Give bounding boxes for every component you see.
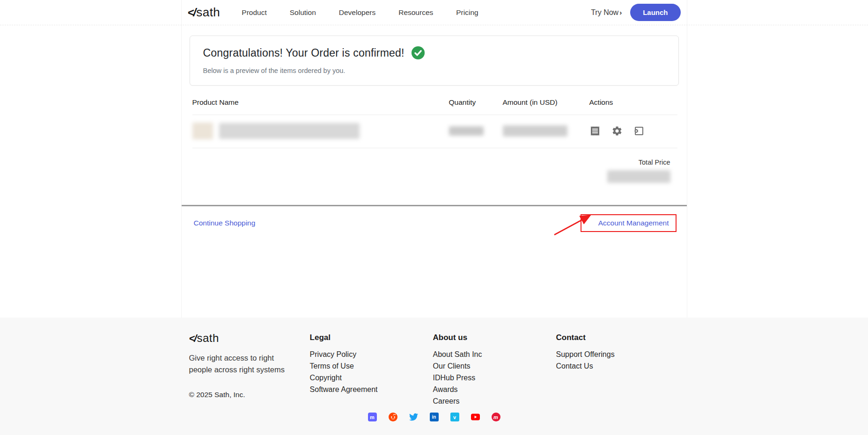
footer-link-copyright[interactable]: Copyright bbox=[310, 374, 433, 382]
footer-link-software-agreement[interactable]: Software Agreement bbox=[310, 385, 433, 394]
success-check-icon bbox=[411, 46, 425, 60]
chevron-right-icon: › bbox=[619, 8, 622, 16]
footer-links-row: Continue Shopping Account Management bbox=[182, 206, 687, 232]
vimeo-icon[interactable]: v bbox=[450, 413, 459, 421]
footer-heading-legal: Legal bbox=[310, 333, 433, 342]
receipt-icon[interactable] bbox=[589, 125, 601, 137]
launch-button[interactable]: Launch bbox=[630, 4, 680, 21]
continue-shopping-link[interactable]: Continue Shopping bbox=[194, 219, 256, 227]
top-navigation: </ sath Product Solution Developers Reso… bbox=[0, 0, 868, 25]
nav-item-developers[interactable]: Developers bbox=[339, 8, 375, 17]
footer-link-about-sath[interactable]: About Sath Inc bbox=[433, 350, 556, 359]
footer-column-about: About us About Sath Inc Our Clients IDHu… bbox=[433, 332, 556, 409]
manage-app-icon[interactable] bbox=[633, 125, 645, 137]
column-header-actions: Actions bbox=[589, 98, 677, 107]
confirmation-subtitle: Below is a preview of the items ordered … bbox=[203, 67, 665, 74]
try-now-link[interactable]: Try Now › bbox=[591, 8, 622, 17]
linkedin-icon[interactable]: in bbox=[430, 413, 439, 421]
twitter-icon[interactable] bbox=[409, 413, 418, 421]
social-icons-row: m in v m bbox=[181, 413, 687, 421]
annotation-highlight-box: Account Management bbox=[581, 214, 677, 232]
total-price-block: Total Price bbox=[192, 159, 677, 183]
account-management-link[interactable]: Account Management bbox=[598, 219, 669, 227]
page: </ sath Product Solution Developers Reso… bbox=[0, 0, 868, 435]
footer-sath-logo-mark-icon: </ bbox=[189, 333, 196, 345]
order-confirmation-card: Congratulations! Your Order is confirmed… bbox=[190, 36, 679, 86]
column-header-product-name: Product Name bbox=[192, 98, 449, 107]
nav-item-solution[interactable]: Solution bbox=[290, 8, 316, 17]
footer-link-privacy-policy[interactable]: Privacy Policy bbox=[310, 350, 433, 359]
nav-links: Product Solution Developers Resources Pr… bbox=[242, 8, 478, 17]
sath-logo-text: sath bbox=[196, 5, 220, 20]
footer-link-contact-us[interactable]: Contact Us bbox=[556, 362, 679, 370]
footer-link-terms-of-use[interactable]: Terms of Use bbox=[310, 362, 433, 370]
footer-sath-logo[interactable]: </ sath bbox=[189, 332, 310, 345]
footer-heading-contact: Contact bbox=[556, 333, 679, 342]
footer-link-awards[interactable]: Awards bbox=[433, 385, 556, 394]
column-header-amount: Amount (in USD) bbox=[503, 98, 589, 107]
footer-link-support-offerings[interactable]: Support Offerings bbox=[556, 350, 679, 359]
column-header-quantity: Quantity bbox=[449, 98, 503, 107]
youtube-icon[interactable] bbox=[471, 413, 480, 421]
total-price-label: Total Price bbox=[192, 159, 677, 166]
try-now-label: Try Now bbox=[591, 8, 618, 17]
footer-link-our-clients[interactable]: Our Clients bbox=[433, 362, 556, 370]
order-items-table: Product Name Quantity Amount (in USD) Ac… bbox=[192, 98, 677, 183]
product-thumbnail-redacted bbox=[192, 123, 213, 139]
footer-column-legal: Legal Privacy Policy Terms of Use Copyri… bbox=[310, 332, 433, 409]
page-footer: </ sath Give right access to right peopl… bbox=[0, 318, 868, 435]
meetup-icon[interactable]: m bbox=[492, 413, 500, 421]
product-name-redacted bbox=[219, 123, 360, 139]
footer-link-careers[interactable]: Careers bbox=[433, 397, 556, 406]
quantity-value-redacted bbox=[449, 126, 484, 136]
footer-copyright: © 2025 Sath, Inc. bbox=[189, 391, 310, 399]
footer-sath-logo-text: sath bbox=[197, 332, 219, 345]
footer-heading-about-us: About us bbox=[433, 333, 556, 342]
settings-gear-icon[interactable] bbox=[611, 125, 623, 137]
nav-item-resources[interactable]: Resources bbox=[398, 8, 433, 17]
mastodon-icon[interactable]: m bbox=[368, 413, 377, 421]
confirmation-title: Congratulations! Your Order is confirmed… bbox=[203, 47, 405, 59]
reddit-icon[interactable] bbox=[389, 413, 397, 421]
footer-tagline: Give right access to right people across… bbox=[189, 352, 292, 376]
footer-column-contact: Contact Support Offerings Contact Us bbox=[556, 332, 679, 409]
sath-logo-mark-icon: </ bbox=[188, 6, 196, 19]
nav-item-pricing[interactable]: Pricing bbox=[456, 8, 478, 17]
sath-logo[interactable]: </ sath bbox=[188, 5, 221, 20]
nav-item-product[interactable]: Product bbox=[242, 8, 266, 17]
footer-link-idhub-press[interactable]: IDHub Press bbox=[433, 374, 556, 382]
main-content: Congratulations! Your Order is confirmed… bbox=[181, 25, 687, 318]
table-header-row: Product Name Quantity Amount (in USD) Ac… bbox=[192, 98, 677, 115]
table-row bbox=[192, 115, 677, 148]
footer-brand-column: </ sath Give right access to right peopl… bbox=[189, 332, 310, 409]
amount-value-redacted bbox=[503, 125, 567, 137]
total-price-value-redacted bbox=[607, 170, 670, 183]
